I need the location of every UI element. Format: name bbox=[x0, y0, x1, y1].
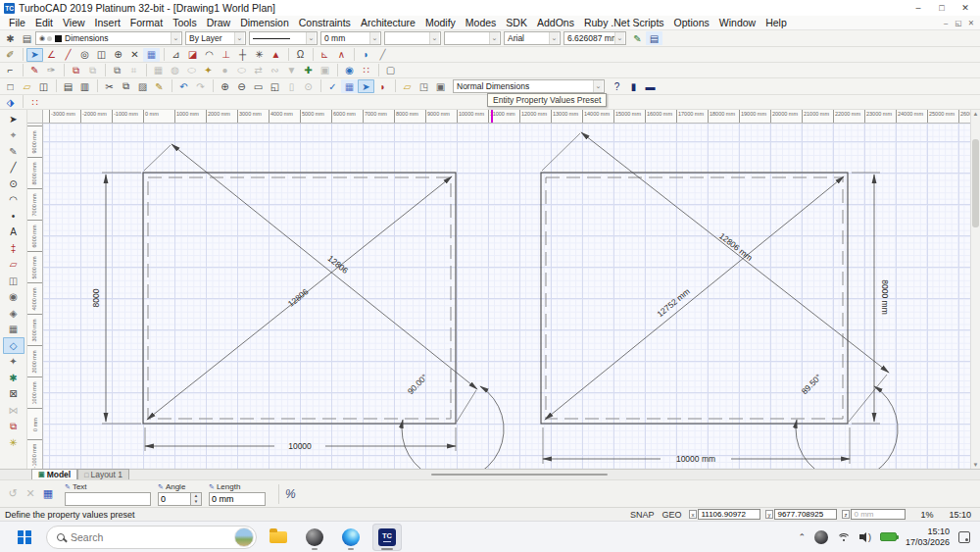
length-input[interactable] bbox=[209, 492, 266, 506]
redo-icon[interactable]: ↷ bbox=[192, 79, 209, 93]
pattern-tool-icon[interactable]: ◫ bbox=[3, 273, 24, 289]
midpoint-snap-icon[interactable]: ╱ bbox=[60, 48, 76, 62]
battery-icon[interactable] bbox=[880, 532, 897, 541]
separator[interactable] bbox=[317, 79, 321, 92]
separator[interactable] bbox=[209, 79, 214, 92]
mdi-minimize-button[interactable]: – bbox=[941, 19, 951, 27]
mirror-tool-icon[interactable]: ⋈ bbox=[3, 402, 24, 419]
dimension-tool-icon[interactable]: ‡ bbox=[3, 240, 24, 257]
calculator-icon[interactable]: ▦ bbox=[39, 485, 57, 503]
volume-icon[interactable]: ) bbox=[859, 532, 871, 542]
printer-properties-icon[interactable]: ▤ bbox=[646, 31, 662, 45]
grid-toggle-icon[interactable]: ▦ bbox=[341, 79, 358, 93]
perpendicular-snap-icon[interactable]: ⊥ bbox=[218, 48, 234, 62]
array-icon[interactable]: ▦ bbox=[150, 64, 167, 77]
mail-icon[interactable]: ▬ bbox=[642, 79, 659, 93]
tray-expand-icon[interactable]: ⌃ bbox=[798, 532, 806, 542]
menu-item[interactable]: Draw bbox=[202, 17, 236, 28]
vertical-scrollbar[interactable]: ▲ ▼ bbox=[970, 110, 980, 469]
shell-icon[interactable]: ◍ bbox=[167, 64, 183, 77]
menu-item[interactable]: Insert bbox=[90, 17, 125, 28]
notification-center-icon[interactable] bbox=[958, 531, 970, 543]
palette-icon[interactable]: ▮ bbox=[625, 79, 642, 93]
apex-snap-icon[interactable]: ∧ bbox=[333, 48, 350, 62]
line-tool-icon[interactable]: ╱ bbox=[3, 160, 24, 176]
x-coordinate-input[interactable] bbox=[698, 509, 760, 520]
copy-icon[interactable]: ⧉ bbox=[118, 79, 134, 93]
point-tool-icon[interactable]: • bbox=[3, 208, 24, 225]
modify-tool-icon[interactable]: ✦ bbox=[3, 354, 24, 371]
menu-item[interactable]: Help bbox=[760, 17, 792, 28]
save-file-icon[interactable]: ◫ bbox=[35, 79, 52, 93]
separator[interactable] bbox=[391, 79, 396, 92]
layer-combo[interactable]: ◉ Dimensions bbox=[35, 31, 182, 45]
apply-properties-icon[interactable]: ✎ bbox=[629, 31, 646, 45]
cut-icon[interactable]: ✂ bbox=[101, 79, 118, 93]
mdi-restore-button[interactable]: ◱ bbox=[954, 19, 963, 27]
snap-toggle[interactable]: SNAP bbox=[630, 510, 655, 520]
color-combo[interactable]: By Layer bbox=[185, 31, 246, 45]
compass-icon[interactable]: ◗ bbox=[358, 48, 374, 62]
text-input[interactable] bbox=[65, 492, 151, 506]
face-snap-icon[interactable]: ◪ bbox=[184, 48, 201, 62]
wifi-icon[interactable] bbox=[837, 532, 851, 542]
menu-item[interactable]: File bbox=[4, 17, 30, 28]
menu-item[interactable]: Constraints bbox=[294, 17, 356, 28]
menu-item[interactable]: Format bbox=[125, 17, 168, 28]
chain-icon[interactable]: ∾ bbox=[267, 64, 283, 77]
ortho-mode-icon[interactable]: Ω bbox=[292, 48, 309, 62]
arc-tool-icon[interactable]: ◠ bbox=[3, 192, 24, 209]
menu-item[interactable]: Architecture bbox=[356, 17, 420, 28]
target-icon[interactable]: ◉ bbox=[341, 64, 358, 77]
line-style-combo[interactable] bbox=[249, 31, 318, 45]
edge-browser-button[interactable] bbox=[336, 524, 366, 551]
settings-tool-icon[interactable]: ✱ bbox=[3, 370, 24, 386]
center-snap-icon[interactable]: ◎ bbox=[76, 48, 93, 62]
separator[interactable] bbox=[284, 48, 289, 61]
mdi-close-button[interactable]: ✕ bbox=[966, 19, 976, 27]
format-painter-icon[interactable]: ✎ bbox=[151, 79, 168, 93]
menu-item[interactable]: SDK bbox=[501, 17, 532, 28]
previous-view-icon[interactable]: ▯ bbox=[283, 79, 300, 93]
separator[interactable] bbox=[168, 79, 172, 92]
separator[interactable] bbox=[60, 64, 65, 76]
separator[interactable] bbox=[101, 64, 106, 76]
ucs-icon[interactable]: ⌐ bbox=[2, 64, 19, 77]
text-tool-icon[interactable]: A bbox=[3, 225, 24, 241]
minimize-button[interactable]: – bbox=[907, 1, 929, 15]
add-node-icon[interactable]: ✚ bbox=[300, 64, 317, 77]
menu-item[interactable]: Dimension bbox=[235, 17, 294, 28]
separator[interactable] bbox=[309, 48, 314, 61]
empty-combo-2[interactable] bbox=[444, 31, 501, 45]
edit-node-icon[interactable]: ⌖ bbox=[3, 127, 24, 144]
menu-item[interactable]: Modes bbox=[461, 17, 502, 28]
tray-app-icon[interactable] bbox=[814, 530, 828, 544]
pen-width-combo[interactable]: 0 mm bbox=[320, 31, 381, 45]
dimension-edit-icon[interactable]: ⊠ bbox=[3, 386, 24, 403]
toggle-snaps-icon[interactable]: ✐ bbox=[2, 48, 19, 62]
angle-stepper[interactable]: ▲▼ bbox=[191, 492, 202, 506]
inspector-cancel-icon[interactable]: ✕ bbox=[22, 485, 39, 503]
menu-item[interactable]: AddOns bbox=[532, 17, 579, 28]
arc-snap-icon[interactable]: ◠ bbox=[201, 48, 218, 62]
menu-item[interactable]: Window bbox=[714, 17, 760, 28]
grid-snap-icon[interactable]: ▦ bbox=[143, 48, 160, 62]
select-tool-icon[interactable]: ➤ bbox=[3, 111, 24, 127]
eraser-icon[interactable]: ⬭ bbox=[233, 64, 250, 77]
print-style-icon[interactable]: ▤ bbox=[19, 31, 35, 45]
geo-toggle[interactable]: GEO bbox=[662, 510, 681, 520]
table-tool-icon[interactable]: ▦ bbox=[3, 322, 24, 338]
close-button[interactable]: ✕ bbox=[955, 1, 976, 15]
zoom-out-icon[interactable]: ⊖ bbox=[233, 79, 250, 93]
menu-item[interactable]: Edit bbox=[30, 17, 58, 28]
menu-item[interactable]: Tools bbox=[168, 17, 202, 28]
turbocad-taskbar-button[interactable]: TC bbox=[372, 524, 402, 551]
explode-icon[interactable]: ⌗ bbox=[125, 64, 142, 77]
circle-tool-icon[interactable]: ⊙ bbox=[3, 176, 24, 192]
vertex-snap-icon[interactable]: ∠ bbox=[43, 48, 60, 62]
inspector-menu-icon[interactable]: ↺ bbox=[4, 485, 22, 503]
paste-icon[interactable]: ▨ bbox=[134, 79, 151, 93]
app-button-dark[interactable] bbox=[300, 524, 329, 551]
quadrant-snap-icon[interactable]: ◫ bbox=[93, 48, 110, 62]
adjust-icon[interactable]: ∷ bbox=[358, 64, 374, 77]
